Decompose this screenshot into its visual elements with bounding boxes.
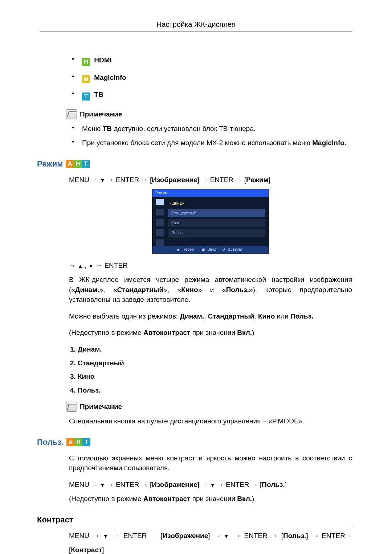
body-text: » и «: [198, 286, 226, 294]
osd-side-icon: [156, 219, 164, 226]
path-text: MENU: [69, 481, 89, 488]
source-label: MagicInfo: [94, 74, 126, 81]
mode-list-text: Динам.: [78, 345, 102, 353]
mode-list-text: Польз.: [78, 386, 101, 394]
source-item-tv: T ТВ: [69, 90, 352, 100]
page-title: Настройка ЖК-дисплея: [40, 20, 352, 29]
divider-bottom: [40, 527, 352, 527]
arrow-icon: [69, 262, 78, 269]
body-text: (Недоступно в режиме: [69, 329, 143, 336]
arrow-icon: [199, 176, 210, 184]
body-bold: Кино: [258, 312, 275, 320]
mode-body-1: В ЖК-дисплее имеется четыре режима автом…: [69, 275, 352, 305]
arrow-icon: [89, 481, 100, 488]
body-bold: Динам.: [75, 286, 99, 294]
aht-icons: A H T: [66, 160, 90, 168]
body-bold: Польз.: [226, 286, 249, 294]
osd-foot-text: Возврат: [228, 247, 243, 251]
body-text: при значении: [190, 329, 237, 336]
h-icon: H: [74, 160, 82, 168]
arrow-icon: [210, 532, 224, 539]
source-label: ТВ: [94, 91, 103, 98]
path-bold: Режим: [246, 176, 269, 184]
body-bold: Вкл.: [237, 329, 252, 336]
note2-body: Специальная кнопка на пульте дистанционн…: [69, 416, 352, 426]
note-item: Меню ТВ доступно, если установлен блок Т…: [69, 124, 352, 134]
osd-panel: Режим Динам. Стандартный Кино Польз. ◆ П: [152, 189, 269, 254]
osd-side-icon: [156, 199, 164, 205]
arrow-icon: [230, 532, 244, 539]
arrow-icon: [105, 481, 116, 488]
m-icon: M: [82, 75, 90, 83]
arrow-icon: [105, 176, 116, 184]
arrow-icon: [139, 481, 150, 488]
section-title-text: Польз.: [37, 436, 64, 448]
t-icon: T: [82, 160, 90, 168]
path-text: ENTER: [116, 176, 139, 184]
body-bold: Автоконтраст: [143, 329, 191, 336]
body-text: ): [252, 329, 254, 336]
a-icon: A: [66, 438, 74, 446]
t-icon: T: [82, 93, 90, 100]
path-bold: Изображение: [152, 481, 197, 488]
down-icon: [103, 532, 110, 539]
down-icon: [100, 481, 105, 488]
menu-path-mode-1: MENUENTER[Изображение]ENTER[Режим]: [69, 175, 352, 185]
down-icon: [89, 262, 94, 269]
note-item: При установке блока сети для модели MX-2…: [69, 138, 352, 148]
source-item-magicinfo: M MagicInfo: [69, 73, 352, 83]
arrow-icon: [89, 176, 100, 184]
path-text: ENTER: [244, 532, 267, 539]
body-bold: Кино: [181, 286, 198, 294]
mode-body-2: Можно выбрать один из режимов: Динам., С…: [69, 311, 352, 321]
section-title-contrast: Контраст: [37, 514, 352, 526]
body-text: ,: [254, 312, 258, 320]
osd-title: Режим: [152, 189, 269, 197]
up-icon: [78, 262, 83, 269]
path-text: MENU: [69, 176, 89, 184]
note-bold: ТВ: [103, 125, 112, 132]
mode-body-3: (Недоступно в режиме Автоконтраст при зн…: [69, 328, 352, 338]
section-title-mode: Режим A H T: [37, 158, 352, 170]
arrow-icon: [199, 481, 210, 488]
osd-footer: ◆ Перем. ▣ Ввод ↺ Возврат: [152, 246, 269, 254]
h-icon: H: [82, 58, 90, 66]
osd-foot-text: Перем.: [183, 247, 196, 251]
note-text: .: [344, 139, 346, 147]
arrow-icon: [249, 481, 260, 488]
osd-row: Динам.: [168, 200, 265, 208]
note-heading-text: Примечание: [80, 109, 122, 119]
path-bold: Польз.: [283, 532, 306, 539]
body-text: (Недоступно в режиме: [69, 495, 143, 502]
path-bold: Изображение: [152, 176, 197, 184]
mode-list-item: Польз.: [78, 385, 352, 395]
path-text: ENTER: [210, 176, 233, 184]
body-text: Можно выбрать один из режимов:: [69, 312, 180, 320]
t-icon: T: [82, 438, 90, 446]
arrow-icon: [94, 262, 105, 269]
a-icon: A: [66, 160, 74, 168]
section-title-text: Режим: [37, 158, 63, 170]
body-text: », «: [163, 286, 181, 294]
path-text: ENTER: [322, 532, 345, 539]
note-text: При установке блока сети для модели MX-2…: [82, 139, 312, 147]
osd-row: Стандартный: [168, 209, 265, 217]
path-text: ENTER: [116, 481, 139, 488]
note-text: доступно, если установлен блок ТВ-тюнера…: [112, 125, 256, 132]
mode-list-text: Кино: [78, 373, 94, 380]
custom-body: С помощью экранных меню контраст и яркос…: [69, 453, 352, 473]
osd-main: Динам. Стандартный Кино Польз.: [168, 197, 269, 246]
osd-row: Кино: [168, 219, 265, 227]
body-bold: Стандартный: [208, 312, 254, 320]
osd-side-icon: [156, 209, 164, 216]
arrow-icon: [147, 532, 160, 539]
arrow-icon: [268, 532, 281, 539]
aht-icons: A H T: [66, 438, 90, 446]
path-text: MENU: [69, 532, 89, 539]
menu-path-contrast-line1: MENUENTER[Изображение]ENTER[Польз.]ENTER…: [69, 531, 352, 541]
down-icon: [210, 481, 215, 488]
path-text: ENTER: [104, 262, 127, 269]
mode-list-item: Кино: [78, 372, 352, 382]
body-bold: Вкл.: [237, 495, 252, 502]
h-icon: H: [74, 438, 82, 446]
